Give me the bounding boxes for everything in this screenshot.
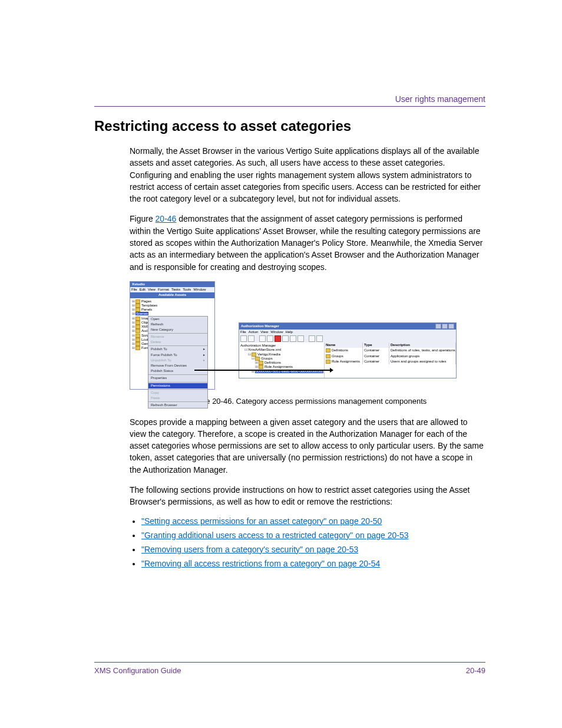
ctx-properties[interactable]: Properties [148,375,207,381]
figure-20-46: Xstudio File Edit View Format Tasks Tool… [130,281,485,390]
ctx-permissions[interactable]: Permissions [148,383,207,388]
paragraph-sections-intro: The following sections provide instructi… [130,484,485,508]
authmgr-titlebar: Authorization Manager [239,323,456,330]
ctx-open[interactable]: Open [148,317,207,322]
ctx-paste: Paste [148,396,207,401]
ctx-publish-to[interactable]: Publish To▸ [148,347,207,352]
ctx-rename: Rename [148,334,207,340]
ctx-refresh[interactable]: Refresh [148,322,207,327]
authmgr-menubar: File Action View Window Help [239,330,456,335]
authmgr-grid: Name Type Description Definitions Contai… [325,342,456,378]
page-footer: XMS Configuration Guide 20-49 [94,662,485,675]
section-header: User rights management [395,94,485,104]
asset-tree: ⊞Pages ⊞Templates ⊞Panels ⊞Scenes ⊞Image… [130,298,214,389]
authmgr-tree: Authorization Manager ⊟XmsAzManStore.xml… [239,342,325,378]
xstudio-menubar: File Edit View Format Tasks Tools Window [130,287,214,292]
footer-doc-title: XMS Configuration Guide [94,666,181,675]
ctx-force-publish-to[interactable]: Force Publish To▸ [148,353,207,358]
link-removing-restrictions[interactable]: "Removing all access restrictions from a… [141,559,380,568]
ctx-remove-from-devices[interactable]: Remove From Devices [148,363,207,368]
ctx-refresh-browser[interactable]: Refresh Browser [148,403,207,408]
arrow-connector [194,370,330,371]
footer-page-number: 20-49 [466,666,485,675]
related-links-list: "Setting access permissions for an asset… [130,516,485,568]
link-removing-users[interactable]: "Removing users from a category's securi… [141,545,358,554]
context-menu: Open Refresh New Category Rename Delete … [148,316,208,409]
authmgr-toolbar [239,335,456,342]
link-granting-users[interactable]: "Granting additional users access to a r… [141,531,409,540]
xstudio-window: Xstudio File Edit View Format Tasks Tool… [130,281,215,390]
header-rule [94,106,485,107]
delete-icon[interactable] [275,335,281,342]
ctx-new-category[interactable]: New Category [148,327,207,332]
xstudio-titlebar: Xstudio [130,282,214,287]
available-assets-header: Available Assets [130,292,214,298]
paragraph-intro: Normally, the Asset Browser in the vario… [130,145,485,205]
ctx-copy: Copy [148,390,207,396]
figure-link[interactable]: 20-46 [156,214,177,223]
ctx-unpublish-to: Unpublish To▸ [148,358,207,363]
paragraph-scopes: Scopes provide a mapping between a given… [130,416,485,476]
page-title: Restricting access to asset categories [94,118,485,134]
paragraph-figure-ref: Figure 20-46 demonstrates that the assig… [130,213,485,272]
link-setting-permissions[interactable]: "Setting access permissions for an asset… [141,516,382,526]
ctx-delete: Delete [148,340,207,345]
